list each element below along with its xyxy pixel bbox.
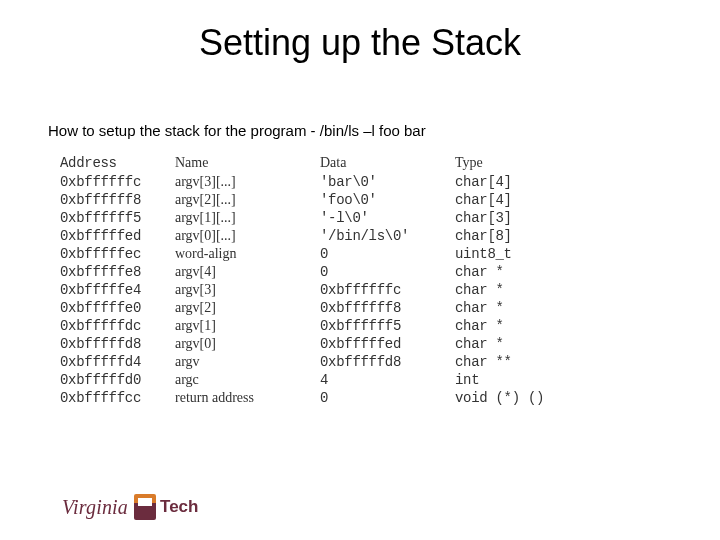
cell-data: 0xbffffff8 <box>320 299 455 317</box>
cell-type: uint8_t <box>455 245 572 263</box>
cell-address: 0xbfffffcc <box>60 389 175 407</box>
header-name: Name <box>175 153 320 173</box>
cell-address: 0xbffffffc <box>60 173 175 191</box>
table-row: 0xbfffffd8argv[0]0xbfffffedchar * <box>60 335 572 353</box>
cell-type: void (*) () <box>455 389 572 407</box>
cell-data: 0 <box>320 245 455 263</box>
cell-data: 0xbffffff5 <box>320 317 455 335</box>
cell-type: char * <box>455 299 572 317</box>
cell-address: 0xbfffffe8 <box>60 263 175 281</box>
cell-type: char[4] <box>455 173 572 191</box>
stack-table-container: Address Name Data Type 0xbffffffcargv[3]… <box>0 153 720 407</box>
table-row: 0xbfffffedargv[0][...]'/bin/ls\0'char[8] <box>60 227 572 245</box>
cell-data: '/bin/ls\0' <box>320 227 455 245</box>
table-row: 0xbffffff8argv[2][...]'foo\0'char[4] <box>60 191 572 209</box>
table-row: 0xbfffffdcargv[1]0xbffffff5char * <box>60 317 572 335</box>
stack-table: Address Name Data Type 0xbffffffcargv[3]… <box>60 153 572 407</box>
cell-data: 0 <box>320 263 455 281</box>
header-data: Data <box>320 153 455 173</box>
cell-name: argv[4] <box>175 263 320 281</box>
cell-data: 4 <box>320 371 455 389</box>
cell-name: argv[0] <box>175 335 320 353</box>
footer-tech-text: Tech <box>160 497 198 517</box>
cell-type: char ** <box>455 353 572 371</box>
cell-data: 0 <box>320 389 455 407</box>
cell-data: 'foo\0' <box>320 191 455 209</box>
slide-subtitle: How to setup the stack for the program -… <box>0 82 720 153</box>
cell-address: 0xbfffffe0 <box>60 299 175 317</box>
footer-logo-block: Virginia Tech <box>62 494 198 520</box>
table-row: 0xbfffffe8argv[4]0char * <box>60 263 572 281</box>
cell-name: argv[1][...] <box>175 209 320 227</box>
cell-type: char * <box>455 263 572 281</box>
footer-virginia-text: Virginia <box>62 496 128 519</box>
cell-name: argv[3][...] <box>175 173 320 191</box>
table-row: 0xbfffffecword-align0uint8_t <box>60 245 572 263</box>
cell-address: 0xbfffffe4 <box>60 281 175 299</box>
cell-address: 0xbfffffdc <box>60 317 175 335</box>
cell-data: 0xbfffffed <box>320 335 455 353</box>
cell-type: char[4] <box>455 191 572 209</box>
cell-address: 0xbffffff5 <box>60 209 175 227</box>
cell-address: 0xbfffffed <box>60 227 175 245</box>
cell-data: 0xbfffffd8 <box>320 353 455 371</box>
table-header-row: Address Name Data Type <box>60 153 572 173</box>
header-type: Type <box>455 153 572 173</box>
vt-logo-icon <box>134 494 156 520</box>
cell-name: argv[1] <box>175 317 320 335</box>
header-address: Address <box>60 153 175 173</box>
table-row: 0xbffffffcargv[3][...]'bar\0'char[4] <box>60 173 572 191</box>
cell-name: return address <box>175 389 320 407</box>
cell-address: 0xbfffffd4 <box>60 353 175 371</box>
table-row: 0xbfffffd0argc4int <box>60 371 572 389</box>
cell-type: char * <box>455 281 572 299</box>
table-row: 0xbfffffe4argv[3]0xbffffffcchar * <box>60 281 572 299</box>
cell-address: 0xbffffff8 <box>60 191 175 209</box>
cell-name: argv[3] <box>175 281 320 299</box>
cell-name: argv[0][...] <box>175 227 320 245</box>
slide-title: Setting up the Stack <box>0 0 720 82</box>
cell-name: argc <box>175 371 320 389</box>
cell-name: argv[2][...] <box>175 191 320 209</box>
cell-name: word-align <box>175 245 320 263</box>
table-row: 0xbffffff5argv[1][...]'-l\0'char[3] <box>60 209 572 227</box>
table-row: 0xbfffffe0argv[2]0xbffffff8char * <box>60 299 572 317</box>
cell-data: 0xbffffffc <box>320 281 455 299</box>
cell-address: 0xbfffffd8 <box>60 335 175 353</box>
cell-type: char[3] <box>455 209 572 227</box>
cell-data: 'bar\0' <box>320 173 455 191</box>
cell-data: '-l\0' <box>320 209 455 227</box>
cell-address: 0xbfffffec <box>60 245 175 263</box>
cell-name: argv <box>175 353 320 371</box>
table-row: 0xbfffffd4argv0xbfffffd8char ** <box>60 353 572 371</box>
cell-type: int <box>455 371 572 389</box>
cell-type: char[8] <box>455 227 572 245</box>
table-row: 0xbfffffccreturn address0void (*) () <box>60 389 572 407</box>
cell-type: char * <box>455 317 572 335</box>
cell-name: argv[2] <box>175 299 320 317</box>
cell-type: char * <box>455 335 572 353</box>
cell-address: 0xbfffffd0 <box>60 371 175 389</box>
